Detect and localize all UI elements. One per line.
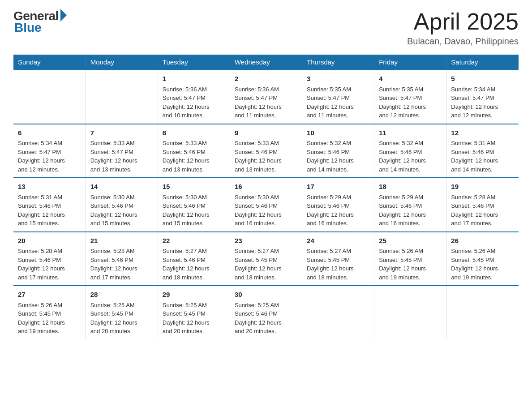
day-info: Sunrise: 5:30 AM Sunset: 5:46 PM Dayligh… — [235, 193, 297, 228]
calendar-cell: 22Sunrise: 5:27 AM Sunset: 5:46 PM Dayli… — [158, 232, 230, 286]
day-number: 13 — [18, 182, 81, 192]
calendar-title: April 2025 — [407, 9, 519, 34]
day-number: 14 — [90, 182, 153, 192]
weekday-header-sunday: Sunday — [13, 55, 86, 70]
day-info: Sunrise: 5:26 AM Sunset: 5:45 PM Dayligh… — [451, 247, 514, 282]
calendar-cell: 28Sunrise: 5:25 AM Sunset: 5:45 PM Dayli… — [86, 286, 158, 339]
logo: General Blue — [13, 9, 67, 35]
logo-triangle-icon — [60, 9, 67, 21]
calendar-cell: 20Sunrise: 5:28 AM Sunset: 5:46 PM Dayli… — [13, 232, 86, 286]
day-number: 3 — [307, 74, 369, 84]
calendar-week-row: 1Sunrise: 5:36 AM Sunset: 5:47 PM Daylig… — [13, 70, 519, 124]
calendar-cell: 24Sunrise: 5:27 AM Sunset: 5:45 PM Dayli… — [302, 232, 374, 286]
calendar-cell: 2Sunrise: 5:36 AM Sunset: 5:47 PM Daylig… — [230, 70, 302, 124]
calendar-cell — [13, 70, 86, 124]
day-info: Sunrise: 5:25 AM Sunset: 5:46 PM Dayligh… — [235, 301, 297, 336]
calendar-cell — [446, 286, 519, 339]
day-info: Sunrise: 5:25 AM Sunset: 5:45 PM Dayligh… — [163, 301, 225, 336]
day-number: 5 — [451, 74, 514, 84]
day-number: 21 — [90, 236, 153, 246]
day-info: Sunrise: 5:26 AM Sunset: 5:45 PM Dayligh… — [379, 247, 442, 282]
calendar-cell: 21Sunrise: 5:28 AM Sunset: 5:46 PM Dayli… — [86, 232, 158, 286]
calendar-table: SundayMondayTuesdayWednesdayThursdayFrid… — [13, 55, 519, 339]
weekday-header-friday: Friday — [374, 55, 446, 70]
day-info: Sunrise: 5:36 AM Sunset: 5:47 PM Dayligh… — [235, 85, 297, 120]
weekday-header-row: SundayMondayTuesdayWednesdayThursdayFrid… — [13, 55, 519, 70]
calendar-cell: 26Sunrise: 5:26 AM Sunset: 5:45 PM Dayli… — [446, 232, 519, 286]
calendar-cell: 12Sunrise: 5:31 AM Sunset: 5:46 PM Dayli… — [446, 124, 519, 178]
day-info: Sunrise: 5:26 AM Sunset: 5:45 PM Dayligh… — [18, 301, 81, 336]
calendar-cell: 16Sunrise: 5:30 AM Sunset: 5:46 PM Dayli… — [230, 178, 302, 232]
day-info: Sunrise: 5:27 AM Sunset: 5:45 PM Dayligh… — [235, 247, 297, 282]
day-info: Sunrise: 5:28 AM Sunset: 5:46 PM Dayligh… — [90, 247, 153, 282]
day-number: 18 — [379, 182, 442, 192]
day-number: 12 — [451, 128, 514, 138]
calendar-week-row: 13Sunrise: 5:31 AM Sunset: 5:46 PM Dayli… — [13, 178, 519, 232]
calendar-cell: 6Sunrise: 5:34 AM Sunset: 5:47 PM Daylig… — [13, 124, 86, 178]
day-number: 22 — [163, 236, 225, 246]
calendar-cell: 25Sunrise: 5:26 AM Sunset: 5:45 PM Dayli… — [374, 232, 446, 286]
day-number: 25 — [379, 236, 442, 246]
day-info: Sunrise: 5:31 AM Sunset: 5:46 PM Dayligh… — [451, 139, 514, 174]
calendar-cell: 7Sunrise: 5:33 AM Sunset: 5:47 PM Daylig… — [86, 124, 158, 178]
day-info: Sunrise: 5:33 AM Sunset: 5:47 PM Dayligh… — [90, 139, 153, 174]
day-number: 26 — [451, 236, 514, 246]
day-number: 6 — [18, 128, 81, 138]
weekday-header-monday: Monday — [86, 55, 158, 70]
day-number: 10 — [307, 128, 369, 138]
day-number: 27 — [18, 290, 81, 300]
day-number: 30 — [235, 290, 297, 300]
calendar-cell: 3Sunrise: 5:35 AM Sunset: 5:47 PM Daylig… — [302, 70, 374, 124]
day-info: Sunrise: 5:27 AM Sunset: 5:45 PM Dayligh… — [307, 247, 369, 282]
day-info: Sunrise: 5:35 AM Sunset: 5:47 PM Dayligh… — [379, 85, 442, 120]
day-number: 8 — [163, 128, 225, 138]
calendar-cell: 4Sunrise: 5:35 AM Sunset: 5:47 PM Daylig… — [374, 70, 446, 124]
day-number: 16 — [235, 182, 297, 192]
day-info: Sunrise: 5:32 AM Sunset: 5:46 PM Dayligh… — [379, 139, 442, 174]
day-number: 28 — [90, 290, 153, 300]
logo-blue-text: Blue — [14, 21, 42, 35]
calendar-week-row: 27Sunrise: 5:26 AM Sunset: 5:45 PM Dayli… — [13, 286, 519, 339]
day-info: Sunrise: 5:30 AM Sunset: 5:46 PM Dayligh… — [90, 193, 153, 228]
day-info: Sunrise: 5:34 AM Sunset: 5:47 PM Dayligh… — [18, 139, 81, 174]
day-info: Sunrise: 5:29 AM Sunset: 5:46 PM Dayligh… — [307, 193, 369, 228]
day-number: 20 — [18, 236, 81, 246]
day-number: 17 — [307, 182, 369, 192]
day-info: Sunrise: 5:31 AM Sunset: 5:46 PM Dayligh… — [18, 193, 81, 228]
calendar-cell: 30Sunrise: 5:25 AM Sunset: 5:46 PM Dayli… — [230, 286, 302, 339]
day-number: 23 — [235, 236, 297, 246]
weekday-header-saturday: Saturday — [446, 55, 519, 70]
day-number: 29 — [163, 290, 225, 300]
calendar-cell: 18Sunrise: 5:29 AM Sunset: 5:46 PM Dayli… — [374, 178, 446, 232]
page-header: General Blue April 2025 Bulacan, Davao, … — [13, 9, 519, 47]
day-number: 11 — [379, 128, 442, 138]
day-number: 9 — [235, 128, 297, 138]
calendar-cell: 10Sunrise: 5:32 AM Sunset: 5:46 PM Dayli… — [302, 124, 374, 178]
calendar-cell: 14Sunrise: 5:30 AM Sunset: 5:46 PM Dayli… — [86, 178, 158, 232]
title-block: April 2025 Bulacan, Davao, Philippines — [407, 9, 519, 47]
day-number: 4 — [379, 74, 442, 84]
day-info: Sunrise: 5:32 AM Sunset: 5:46 PM Dayligh… — [307, 139, 369, 174]
calendar-cell: 5Sunrise: 5:34 AM Sunset: 5:47 PM Daylig… — [446, 70, 519, 124]
calendar-cell: 15Sunrise: 5:30 AM Sunset: 5:46 PM Dayli… — [158, 178, 230, 232]
day-info: Sunrise: 5:33 AM Sunset: 5:46 PM Dayligh… — [163, 139, 225, 174]
day-info: Sunrise: 5:36 AM Sunset: 5:47 PM Dayligh… — [163, 85, 225, 120]
calendar-cell: 23Sunrise: 5:27 AM Sunset: 5:45 PM Dayli… — [230, 232, 302, 286]
day-number: 1 — [163, 74, 225, 84]
day-number: 7 — [90, 128, 153, 138]
calendar-cell — [302, 286, 374, 339]
day-info: Sunrise: 5:35 AM Sunset: 5:47 PM Dayligh… — [307, 85, 369, 120]
day-info: Sunrise: 5:25 AM Sunset: 5:45 PM Dayligh… — [90, 301, 153, 336]
day-number: 15 — [163, 182, 225, 192]
day-number: 24 — [307, 236, 369, 246]
day-info: Sunrise: 5:28 AM Sunset: 5:46 PM Dayligh… — [451, 193, 514, 228]
day-number: 2 — [235, 74, 297, 84]
calendar-cell — [374, 286, 446, 339]
weekday-header-tuesday: Tuesday — [158, 55, 230, 70]
calendar-cell: 9Sunrise: 5:33 AM Sunset: 5:46 PM Daylig… — [230, 124, 302, 178]
day-info: Sunrise: 5:30 AM Sunset: 5:46 PM Dayligh… — [163, 193, 225, 228]
calendar-cell — [86, 70, 158, 124]
calendar-cell: 8Sunrise: 5:33 AM Sunset: 5:46 PM Daylig… — [158, 124, 230, 178]
day-info: Sunrise: 5:34 AM Sunset: 5:47 PM Dayligh… — [451, 85, 514, 120]
calendar-cell: 17Sunrise: 5:29 AM Sunset: 5:46 PM Dayli… — [302, 178, 374, 232]
